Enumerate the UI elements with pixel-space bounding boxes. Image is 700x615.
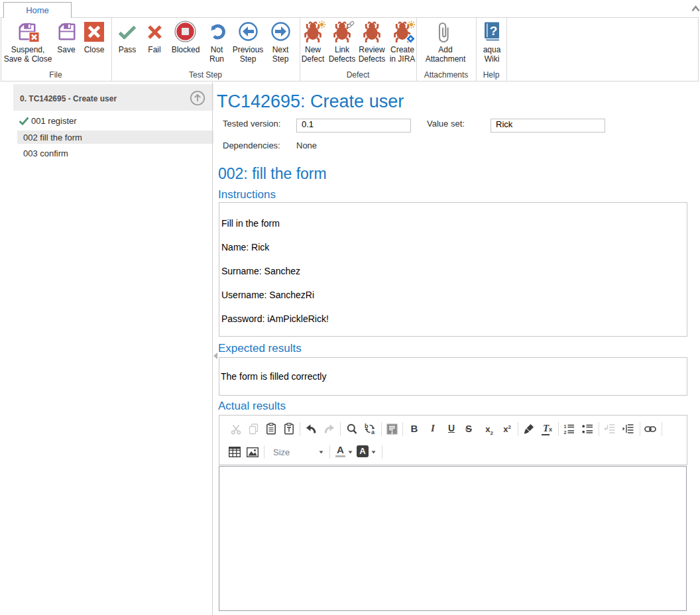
svg-text:a: a: [371, 429, 375, 435]
svg-text:2: 2: [564, 430, 567, 435]
svg-text:b: b: [365, 423, 369, 429]
svg-text:?: ?: [490, 24, 498, 38]
svg-text:1: 1: [564, 424, 567, 429]
